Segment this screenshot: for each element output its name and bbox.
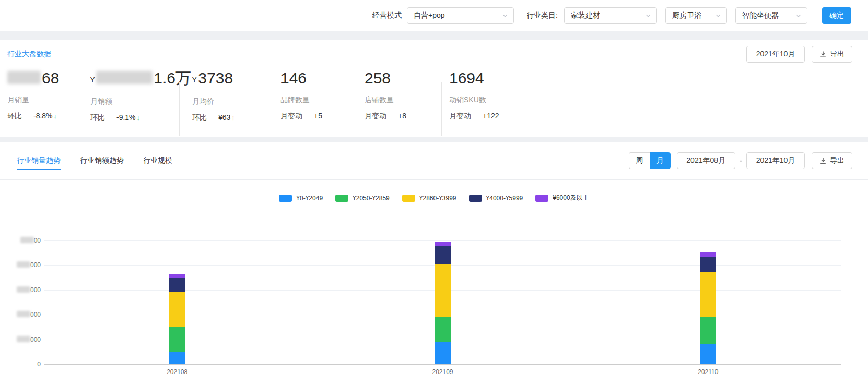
- stat-sub-value: -8.8%: [33, 112, 53, 120]
- export-button[interactable]: 导出: [812, 46, 852, 63]
- bar-segment-202110-s2[interactable]: [700, 272, 716, 317]
- stat-sub-row: 环比-9.1%↓: [90, 113, 179, 123]
- category-select-1[interactable]: 厨房卫浴: [665, 7, 727, 24]
- legend-label: ¥2860-¥3999: [419, 195, 456, 202]
- bar-segment-202110-s0[interactable]: [700, 344, 716, 364]
- period-toggle-week[interactable]: 周: [629, 152, 650, 169]
- censored-value: [7, 71, 41, 84]
- stat-item: 258店铺数量月变动+8: [347, 69, 441, 123]
- arrow-down-icon: ↓: [54, 112, 57, 120]
- legend-item-0[interactable]: ¥0-¥2049: [279, 195, 323, 202]
- stat-label: 店铺数量: [365, 95, 441, 105]
- chevron-down-icon: [795, 13, 802, 19]
- gridline: [44, 240, 841, 241]
- legend-swatch: [402, 195, 415, 202]
- stat-sub-row: 月变动+8: [365, 112, 441, 121]
- arrow-up-icon: ↑: [231, 114, 235, 122]
- date-range-separator: -: [740, 156, 742, 165]
- trend-controls: 周月 2021年08月 - 2021年10月 导出: [629, 152, 852, 169]
- censored-tick: [17, 261, 30, 268]
- category-select-2[interactable]: 智能坐便器: [735, 7, 807, 24]
- legend-item-2[interactable]: ¥2860-¥3999: [402, 195, 456, 202]
- date-to-button[interactable]: 2021年10月: [746, 152, 805, 169]
- stat-item: 146品牌数量月变动+5: [263, 69, 347, 123]
- stat-sub-value: -9.1%: [116, 113, 136, 122]
- x-axis-label: 202108: [154, 368, 201, 376]
- category-label: 行业类目:: [526, 11, 558, 20]
- legend-swatch: [335, 195, 348, 202]
- stat-sub-row: 月变动+122: [449, 112, 588, 121]
- bar-segment-202109-s0[interactable]: [435, 342, 451, 364]
- trend-header: 行业销量趋势行业销额趋势行业规模 周月 2021年08月 - 2021年10月 …: [0, 142, 868, 180]
- category-select-group: 家装建材厨房卫浴智能坐便器: [564, 7, 807, 24]
- category-select-value: 家装建材: [571, 11, 600, 20]
- stat-label: 月销量: [7, 95, 75, 105]
- bar-segment-202108-s2[interactable]: [169, 292, 185, 327]
- y-tick-suffix: 000: [30, 261, 41, 269]
- bar-segment-202109-s4[interactable]: [435, 242, 451, 246]
- y-tick-label: 0: [0, 360, 41, 368]
- bar-segment-202109-s1[interactable]: [435, 317, 451, 342]
- tab-1[interactable]: 行业销额趋势: [80, 152, 124, 170]
- x-axis-label: 202110: [685, 368, 732, 376]
- stat-sub-row: 环比-8.8%↓: [7, 112, 75, 121]
- mode-select[interactable]: 自营+pop: [407, 7, 514, 24]
- period-toggle: 周月: [629, 152, 671, 169]
- legend-item-3[interactable]: ¥4000-¥5999: [469, 195, 523, 202]
- industry-overview-card: 行业大盘数据 2021年10月 导出 68月销量环比-8.8%↓¥1.6万月销额…: [0, 40, 868, 137]
- bar-segment-202110-s3[interactable]: [700, 257, 716, 272]
- bar-segment-202108-s4[interactable]: [169, 274, 185, 278]
- stat-value: 258: [365, 69, 441, 88]
- bar-segment-202110-s1[interactable]: [700, 317, 716, 344]
- stat-item: ¥3738月均价环比¥63↑: [179, 69, 263, 123]
- chevron-down-icon: [715, 13, 721, 19]
- bar-segment-202110-s4[interactable]: [700, 252, 716, 257]
- legend-label: ¥2050-¥2859: [353, 195, 390, 202]
- bar-segment-202109-s2[interactable]: [435, 264, 451, 317]
- censored-value: [96, 71, 153, 84]
- tab-0[interactable]: 行业销量趋势: [17, 152, 61, 170]
- bar-segment-202108-s3[interactable]: [169, 278, 185, 292]
- censored-tick: [17, 311, 30, 317]
- stat-sub-value: ¥63: [218, 113, 230, 122]
- stat-label: 月销额: [90, 97, 179, 106]
- stat-sub-label: 环比: [90, 113, 105, 122]
- period-toggle-month[interactable]: 月: [650, 152, 671, 169]
- download-icon: [819, 157, 827, 164]
- stat-value: 146: [280, 69, 347, 88]
- date-from-button[interactable]: 2021年08月: [677, 152, 735, 169]
- legend-item-4[interactable]: ¥6000及以上: [535, 194, 589, 202]
- trend-tabs: 行业销量趋势行业销额趋势行业规模: [17, 152, 192, 170]
- month-picker-button[interactable]: 2021年10月: [746, 46, 805, 63]
- stat-label: 月均价: [192, 97, 263, 106]
- stat-item: 1694动销SKU数月变动+122: [441, 69, 588, 123]
- bar-segment-202109-s3[interactable]: [435, 246, 451, 264]
- y-tick-label: 000: [0, 336, 41, 343]
- censored-tick: [20, 237, 34, 243]
- bar-segment-202108-s1[interactable]: [169, 327, 185, 352]
- category-select-0[interactable]: 家装建材: [564, 7, 657, 24]
- y-tick-label: 000: [0, 261, 41, 269]
- download-icon: [819, 51, 827, 58]
- trend-export-button[interactable]: 导出: [812, 152, 852, 169]
- legend-swatch: [279, 195, 292, 202]
- legend-label: ¥4000-¥5999: [486, 195, 523, 202]
- legend-item-1[interactable]: ¥2050-¥2859: [335, 195, 390, 202]
- stat-value-text: 258: [365, 69, 391, 87]
- mode-select-value: 自营+pop: [414, 11, 445, 20]
- y-tick-label: 000: [0, 311, 41, 318]
- y-tick-label: 00: [0, 237, 41, 244]
- stat-item: 68月销量环比-8.8%↓: [0, 69, 75, 123]
- stat-label: 动销SKU数: [449, 95, 588, 105]
- stat-value-text: 3738: [198, 69, 233, 87]
- tab-2[interactable]: 行业规模: [143, 152, 172, 170]
- stat-value-text: 68: [42, 69, 59, 87]
- bar-segment-202108-s0[interactable]: [169, 352, 185, 364]
- confirm-button[interactable]: 确定: [822, 7, 851, 24]
- stat-sub-label: 月变动: [280, 112, 302, 120]
- legend-swatch: [535, 195, 548, 202]
- stat-sub-row: 月变动+5: [280, 112, 347, 121]
- stat-sub-row: 环比¥63↑: [192, 113, 263, 123]
- stat-value-text: 1694: [449, 69, 484, 87]
- overview-title-link[interactable]: 行业大盘数据: [7, 50, 51, 59]
